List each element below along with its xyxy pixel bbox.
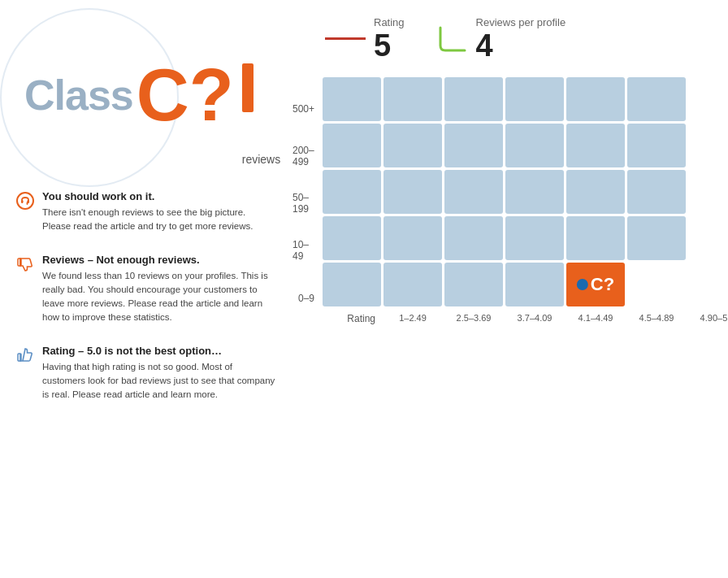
- grid: C?: [323, 77, 728, 306]
- y-label-200: 200–499: [292, 133, 314, 179]
- left-panel: Class C ? reviews Yo: [16, 16, 276, 562]
- grid-cell-3-3: [505, 216, 564, 260]
- svg-rect-2: [28, 200, 30, 203]
- feedback-title-work-on-it: You should work on it.: [42, 190, 276, 202]
- x-label-3: 4.1–4.49: [566, 313, 625, 324]
- rating-line-icon: [325, 37, 366, 40]
- reviews-legend-item: Reviews per profile 4: [437, 16, 566, 61]
- svg-point-0: [17, 193, 33, 209]
- grid-cell-2-1: [384, 170, 442, 214]
- grid-row-2: [323, 170, 728, 214]
- feedback-list: You should work on it. There isn't enoug…: [16, 190, 276, 402]
- grid-cell-1-3: [505, 124, 564, 167]
- rating-legend-label: Rating: [374, 16, 405, 28]
- feedback-text-work-on-it: There isn't enough reviews to see the bi…: [42, 206, 276, 234]
- grid-cell-4-2: [444, 263, 503, 306]
- grid-cell-4-3: [505, 263, 564, 306]
- feedback-item-not-enough: Reviews – Not enough reviews. We found l…: [16, 254, 276, 325]
- reviews-label: reviews: [242, 153, 280, 166]
- grid-cell-3-1: [384, 216, 442, 260]
- x-axis-labels: 1–2.49 2.5–3.69 3.7–4.09 4.1–4.49 4.5–4.…: [384, 313, 728, 324]
- headset-icon: [16, 192, 34, 213]
- thumbs-down-icon: [16, 255, 34, 276]
- y-label-10: 10–49: [292, 228, 314, 274]
- grid-cell-4-5-active: C?: [566, 263, 625, 306]
- rating-legend-block: Rating 5: [374, 16, 405, 61]
- grid-cell-0-2: [444, 77, 503, 121]
- grid-cell-0-5: [627, 77, 686, 121]
- x-axis-row: Rating 1–2.49 2.5–3.69 3.7–4.09 4.1–4.49…: [323, 313, 728, 324]
- grid-cell-3-0: [323, 216, 381, 260]
- feedback-content-not-enough: Reviews – Not enough reviews. We found l…: [42, 254, 276, 325]
- grid-cell-4-0: [323, 263, 381, 306]
- svg-rect-5: [18, 354, 21, 361]
- grid-cell-3-4: [566, 216, 625, 260]
- grid-cell-2-5: [627, 170, 686, 214]
- x-label-1: 2.5–3.69: [444, 313, 503, 324]
- grid-cell-2-3: [505, 170, 564, 214]
- grid-cell-4-1: [384, 263, 442, 306]
- grid-cell-0-3: [505, 77, 564, 121]
- feedback-item-work-on-it: You should work on it. There isn't enoug…: [16, 190, 276, 234]
- grid-cell-1-5: [627, 124, 686, 167]
- grid-cell-2-0: [323, 170, 381, 214]
- feedback-content-rating-note: Rating – 5.0 is not the best option… Hav…: [42, 345, 276, 402]
- grid-row-3: [323, 216, 728, 260]
- main-container: Class C ? reviews Yo: [0, 0, 728, 578]
- grid-row-1: [323, 124, 728, 167]
- rating-legend-value: 5: [374, 30, 405, 61]
- svg-rect-1: [21, 200, 24, 203]
- rating-legend-item: Rating 5: [325, 16, 405, 61]
- x-label-4: 4.5–4.89: [627, 313, 686, 324]
- grid-cell-3-5: [627, 216, 686, 260]
- active-grade-text: C?: [591, 274, 614, 295]
- feedback-text-not-enough: We found less than 10 reviews on your pr…: [42, 269, 276, 325]
- y-label-50: 50–199: [292, 180, 314, 227]
- orange-bar: [242, 63, 254, 112]
- grid-cell-0-4: [566, 77, 625, 121]
- feedback-item-rating-note: Rating – 5.0 is not the best option… Hav…: [16, 345, 276, 402]
- active-cell-content: C?: [577, 274, 614, 295]
- y-axis: 500+ 200–499 50–199 10–49 0–9: [292, 77, 323, 329]
- reviews-legend-label: Reviews per profile: [476, 16, 566, 28]
- legend-row: Rating 5 Reviews per profile 4: [292, 16, 728, 61]
- active-dot: [577, 279, 588, 290]
- grid-cell-2-2: [444, 170, 503, 214]
- right-panel: Rating 5 Reviews per profile 4 500+ 200–…: [276, 16, 728, 562]
- feedback-text-rating-note: Having that high rating is not so good. …: [42, 360, 276, 402]
- feedback-content-work-on-it: You should work on it. There isn't enoug…: [42, 190, 276, 234]
- reviews-legend-value: 4: [476, 30, 566, 61]
- x-label-2: 3.7–4.09: [505, 313, 564, 324]
- class-label: Class: [24, 71, 133, 120]
- grid-cell-1-1: [384, 124, 442, 167]
- grid-cell-2-4: [566, 170, 625, 214]
- grid-cell-0-0: [323, 77, 381, 121]
- grid-row-4: C?: [323, 263, 728, 306]
- question-mark: ?: [189, 59, 234, 132]
- thumbs-up-icon: [16, 346, 34, 367]
- reviews-legend-block: Reviews per profile 4: [476, 16, 566, 61]
- rating-axis-label: Rating: [323, 313, 384, 324]
- feedback-title-rating-note: Rating – 5.0 is not the best option…: [42, 345, 276, 357]
- x-label-0: 1–2.49: [384, 313, 442, 324]
- chart-area: 500+ 200–499 50–199 10–49 0–9: [292, 77, 728, 329]
- grid-cell-1-4: [566, 124, 625, 167]
- svg-rect-4: [18, 259, 21, 266]
- grid-cell-3-2: [444, 216, 503, 260]
- y-label-0: 0–9: [298, 275, 314, 321]
- grid-row-0: [323, 77, 728, 121]
- feedback-title-not-enough: Reviews – Not enough reviews.: [42, 254, 276, 266]
- grid-cell-0-1: [384, 77, 442, 121]
- grid-cell-1-2: [444, 124, 503, 167]
- class-grade-display: Class C ? reviews: [24, 24, 276, 166]
- y-label-500: 500+: [292, 85, 314, 132]
- x-label-5: 4.90–5.0: [688, 313, 728, 324]
- grid-cell-1-0: [323, 124, 381, 167]
- reviews-shape-icon: [437, 24, 468, 54]
- grade-letter: C: [136, 59, 189, 132]
